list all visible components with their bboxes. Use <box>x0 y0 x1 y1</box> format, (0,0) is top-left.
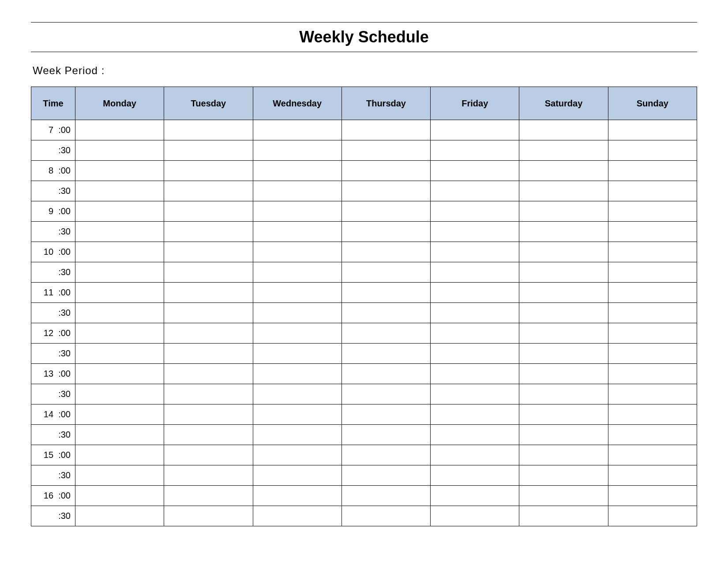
schedule-cell[interactable] <box>519 465 608 486</box>
schedule-cell[interactable] <box>253 161 341 181</box>
schedule-cell[interactable] <box>341 486 430 506</box>
schedule-cell[interactable] <box>608 140 697 161</box>
schedule-cell[interactable] <box>253 181 341 201</box>
schedule-cell[interactable] <box>608 222 697 242</box>
schedule-cell[interactable] <box>253 323 341 344</box>
schedule-cell[interactable] <box>519 181 608 201</box>
schedule-cell[interactable] <box>75 262 164 283</box>
schedule-cell[interactable] <box>431 222 519 242</box>
schedule-cell[interactable] <box>608 323 697 344</box>
schedule-cell[interactable] <box>164 425 253 445</box>
schedule-cell[interactable] <box>164 283 253 303</box>
schedule-cell[interactable] <box>164 120 253 140</box>
schedule-cell[interactable] <box>253 222 341 242</box>
schedule-cell[interactable] <box>164 404 253 425</box>
schedule-cell[interactable] <box>164 201 253 222</box>
schedule-cell[interactable] <box>519 384 608 404</box>
schedule-cell[interactable] <box>164 506 253 526</box>
schedule-cell[interactable] <box>608 161 697 181</box>
schedule-cell[interactable] <box>341 425 430 445</box>
schedule-cell[interactable] <box>608 283 697 303</box>
schedule-cell[interactable] <box>253 283 341 303</box>
schedule-cell[interactable] <box>341 404 430 425</box>
schedule-cell[interactable] <box>253 344 341 364</box>
schedule-cell[interactable] <box>519 140 608 161</box>
schedule-cell[interactable] <box>253 445 341 465</box>
schedule-cell[interactable] <box>431 404 519 425</box>
schedule-cell[interactable] <box>519 303 608 323</box>
schedule-cell[interactable] <box>519 506 608 526</box>
schedule-cell[interactable] <box>341 262 430 283</box>
schedule-cell[interactable] <box>519 120 608 140</box>
schedule-cell[interactable] <box>608 364 697 384</box>
schedule-cell[interactable] <box>431 506 519 526</box>
schedule-cell[interactable] <box>341 445 430 465</box>
schedule-cell[interactable] <box>519 161 608 181</box>
schedule-cell[interactable] <box>608 262 697 283</box>
schedule-cell[interactable] <box>431 242 519 262</box>
schedule-cell[interactable] <box>164 486 253 506</box>
schedule-cell[interactable] <box>519 364 608 384</box>
schedule-cell[interactable] <box>608 181 697 201</box>
schedule-cell[interactable] <box>519 201 608 222</box>
schedule-cell[interactable] <box>431 303 519 323</box>
schedule-cell[interactable] <box>608 404 697 425</box>
schedule-cell[interactable] <box>608 201 697 222</box>
schedule-cell[interactable] <box>75 425 164 445</box>
schedule-cell[interactable] <box>608 425 697 445</box>
schedule-cell[interactable] <box>75 181 164 201</box>
schedule-cell[interactable] <box>519 262 608 283</box>
schedule-cell[interactable] <box>519 242 608 262</box>
schedule-cell[interactable] <box>75 140 164 161</box>
schedule-cell[interactable] <box>253 384 341 404</box>
schedule-cell[interactable] <box>431 364 519 384</box>
schedule-cell[interactable] <box>341 222 430 242</box>
schedule-cell[interactable] <box>519 486 608 506</box>
schedule-cell[interactable] <box>608 384 697 404</box>
schedule-cell[interactable] <box>341 140 430 161</box>
schedule-cell[interactable] <box>608 486 697 506</box>
schedule-cell[interactable] <box>341 283 430 303</box>
schedule-cell[interactable] <box>253 262 341 283</box>
schedule-cell[interactable] <box>164 303 253 323</box>
schedule-cell[interactable] <box>164 364 253 384</box>
schedule-cell[interactable] <box>431 465 519 486</box>
schedule-cell[interactable] <box>253 201 341 222</box>
schedule-cell[interactable] <box>164 161 253 181</box>
schedule-cell[interactable] <box>608 506 697 526</box>
schedule-cell[interactable] <box>253 303 341 323</box>
schedule-cell[interactable] <box>341 506 430 526</box>
schedule-cell[interactable] <box>341 242 430 262</box>
schedule-cell[interactable] <box>164 181 253 201</box>
schedule-cell[interactable] <box>253 465 341 486</box>
schedule-cell[interactable] <box>431 181 519 201</box>
schedule-cell[interactable] <box>519 222 608 242</box>
schedule-cell[interactable] <box>164 445 253 465</box>
schedule-cell[interactable] <box>608 242 697 262</box>
schedule-cell[interactable] <box>431 201 519 222</box>
schedule-cell[interactable] <box>75 120 164 140</box>
schedule-cell[interactable] <box>341 201 430 222</box>
schedule-cell[interactable] <box>431 445 519 465</box>
schedule-cell[interactable] <box>253 364 341 384</box>
schedule-cell[interactable] <box>253 404 341 425</box>
schedule-cell[interactable] <box>253 120 341 140</box>
schedule-cell[interactable] <box>431 323 519 344</box>
schedule-cell[interactable] <box>75 323 164 344</box>
schedule-cell[interactable] <box>519 445 608 465</box>
schedule-cell[interactable] <box>75 364 164 384</box>
schedule-cell[interactable] <box>75 161 164 181</box>
schedule-cell[interactable] <box>341 120 430 140</box>
schedule-cell[interactable] <box>431 344 519 364</box>
schedule-cell[interactable] <box>431 161 519 181</box>
schedule-cell[interactable] <box>431 486 519 506</box>
schedule-cell[interactable] <box>519 283 608 303</box>
schedule-cell[interactable] <box>341 181 430 201</box>
schedule-cell[interactable] <box>253 486 341 506</box>
schedule-cell[interactable] <box>164 222 253 242</box>
schedule-cell[interactable] <box>431 262 519 283</box>
schedule-cell[interactable] <box>75 486 164 506</box>
schedule-cell[interactable] <box>75 445 164 465</box>
schedule-cell[interactable] <box>431 120 519 140</box>
schedule-cell[interactable] <box>253 242 341 262</box>
